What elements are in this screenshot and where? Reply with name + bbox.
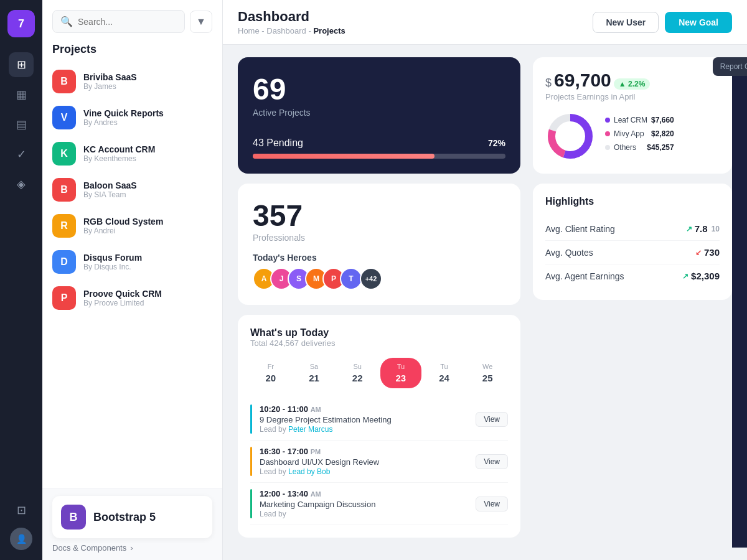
- event-lead: Lead by Lead by Bob: [260, 467, 379, 476]
- project-icon: D: [52, 250, 76, 274]
- event-item: 10:20 - 11:00 AM 9 Degree Project Estima…: [250, 398, 508, 441]
- project-item[interactable]: B Briviba SaaS By James: [47, 63, 217, 100]
- nav-icon-grid[interactable]: ▦: [9, 82, 34, 107]
- event-lead-link[interactable]: Peter Marcus: [288, 425, 332, 434]
- project-item[interactable]: D Disqus Forum By Disqus Inc.: [47, 244, 217, 280]
- event-bar: [250, 404, 252, 434]
- nav-avatar: 7: [7, 10, 35, 37]
- project-item[interactable]: R RGB Cloud System By Andrei: [47, 208, 217, 244]
- event-time: 16:30 - 17:00 PM: [260, 447, 379, 456]
- event-details: 16:30 - 17:00 PM Dashboard UI/UX Design …: [260, 447, 379, 476]
- new-goal-button[interactable]: New Goal: [665, 12, 732, 33]
- project-author: By Proove Limited: [83, 299, 162, 307]
- chart-legend: Leaf CRM $7,660 Mivy App $2,820 Others $…: [605, 116, 674, 157]
- earnings-amount-row: $ 69,700 ▲ 2.2%: [545, 70, 720, 91]
- event-time: 10:20 - 11:00 AM: [260, 404, 392, 414]
- trend-arrow: ↙: [695, 248, 702, 257]
- nav-icon-check[interactable]: ✓: [9, 142, 34, 167]
- bootstrap-card[interactable]: B Bootstrap 5: [52, 496, 212, 538]
- sidebar-title: Projects: [42, 43, 222, 63]
- project-item[interactable]: K KC Account CRM By Keenthemes: [47, 136, 217, 172]
- calendar-day[interactable]: We25: [467, 358, 508, 388]
- heroes-section: Today's Heroes AJSMPT+42: [253, 253, 505, 290]
- breadcrumb-projects: Projects: [313, 26, 345, 35]
- nav-icon-box[interactable]: ⊡: [9, 498, 34, 523]
- content-area: 69 Active Projects 43 Pending 72% 357 Pr…: [223, 45, 747, 560]
- docs-link[interactable]: Docs & Components ›: [52, 543, 212, 553]
- nav-icon-dashboard[interactable]: ⊞: [9, 52, 34, 77]
- project-item[interactable]: B Baloon SaaS By SIA Team: [47, 172, 217, 208]
- progress-pct: 72%: [488, 138, 505, 148]
- calendar-day[interactable]: Fr20: [250, 358, 291, 388]
- search-input[interactable]: [78, 17, 177, 27]
- nav-icon-layers[interactable]: ◈: [9, 172, 34, 197]
- project-item[interactable]: V Vine Quick Reports By Andres: [47, 100, 217, 136]
- project-icon: R: [52, 214, 76, 238]
- earnings-subtitle: Projects Earnings in April: [545, 92, 720, 101]
- professionals-count: 357: [253, 198, 505, 233]
- calendar-day[interactable]: Tu23: [380, 358, 421, 388]
- calendar-day[interactable]: Tu24: [424, 358, 465, 388]
- project-name: Proove Quick CRM: [83, 289, 162, 299]
- search-box[interactable]: 🔍: [52, 10, 185, 33]
- project-icon: B: [52, 178, 76, 202]
- project-name: RGB Cloud System: [83, 217, 163, 226]
- calendar-day[interactable]: Su22: [337, 358, 378, 388]
- event-item: 12:00 - 13:40 AM Marketing Campaign Disc…: [250, 483, 508, 525]
- legend-item: Leaf CRM $7,660: [605, 116, 674, 124]
- legend-item: Mivy App $2,820: [605, 129, 674, 138]
- event-view-button[interactable]: View: [476, 412, 508, 427]
- event-bar: [250, 447, 252, 476]
- page-title: Dashboard: [238, 9, 345, 25]
- content-right: $ 69,700 ▲ 2.2% Projects Earnings in Apr…: [533, 57, 732, 548]
- legend-item: Others $45,257: [605, 143, 674, 152]
- project-info: Disqus Forum By Disqus Inc.: [83, 253, 142, 271]
- earnings-card: $ 69,700 ▲ 2.2% Projects Earnings in Apr…: [533, 57, 732, 174]
- legend-dot: [605, 145, 610, 150]
- heroes-avatars: AJSMPT+42: [253, 268, 505, 290]
- project-author: By Andrei: [83, 226, 163, 235]
- project-item[interactable]: P Proove Quick CRM By Proove Limited: [47, 280, 217, 316]
- event-view-button[interactable]: View: [476, 497, 508, 511]
- calendar-day[interactable]: Sa21: [294, 358, 335, 388]
- legend-label: Leaf CRM: [614, 116, 647, 124]
- nav-icon-chart[interactable]: ▤: [9, 112, 34, 137]
- event-title: Dashboard UI/UX Design Review: [260, 457, 379, 467]
- schedule-title: What's up Today: [250, 327, 508, 338]
- new-user-button[interactable]: New User: [593, 12, 659, 33]
- calendar-row: Fr20Sa21Su22Tu23Tu24We25: [250, 358, 508, 388]
- event-lead-link[interactable]: Lead by Bob: [288, 467, 330, 476]
- professionals-label: Professionals: [253, 233, 505, 243]
- event-lead: Lead by Peter Marcus: [260, 425, 392, 434]
- report-center-button[interactable]: Report Center: [713, 57, 747, 76]
- earnings-badge: ▲ 2.2%: [614, 78, 651, 90]
- breadcrumb-dashboard: Dashboard: [266, 26, 306, 35]
- nav-user-avatar[interactable]: 👤: [10, 528, 32, 550]
- project-author: By Disqus Inc.: [83, 263, 142, 271]
- hero-avatar: T: [340, 268, 362, 290]
- project-name: Disqus Forum: [83, 253, 142, 263]
- highlight-label: Avg. Quotes: [545, 248, 593, 258]
- side-panel: Explore Help Buy now: [732, 57, 747, 548]
- active-count: 69: [253, 72, 505, 106]
- header-right: New User New Goal: [593, 12, 732, 33]
- project-info: Vine Quick Reports By Andres: [83, 108, 164, 127]
- filter-button[interactable]: ▼: [190, 11, 212, 33]
- highlight-row: Avg. Agent Earnings ↗ $2,309: [545, 264, 720, 287]
- event-time: 12:00 - 13:40 AM: [260, 489, 375, 498]
- highlight-row: Avg. Quotes ↙ 730: [545, 241, 720, 264]
- earnings-chart-row: Leaf CRM $7,660 Mivy App $2,820 Others $…: [545, 111, 720, 161]
- bootstrap-title: Bootstrap 5: [93, 511, 156, 524]
- legend-label: Mivy App: [614, 129, 644, 138]
- project-list: B Briviba SaaS By James V Vine Quick Rep…: [42, 63, 222, 488]
- project-icon: B: [52, 70, 76, 93]
- progress-bar-bg: [253, 154, 505, 159]
- project-info: Baloon SaaS By SIA Team: [83, 180, 137, 199]
- highlights-card: Highlights Avg. Client Rating ↗ 7.810 Av…: [533, 184, 732, 300]
- legend-dot: [605, 118, 610, 123]
- event-item: 16:30 - 17:00 PM Dashboard UI/UX Design …: [250, 441, 508, 483]
- event-title: Marketing Campaign Discussion: [260, 500, 375, 509]
- active-label: Active Projects: [253, 108, 505, 118]
- event-view-button[interactable]: View: [476, 454, 508, 469]
- legend-dot: [605, 131, 610, 136]
